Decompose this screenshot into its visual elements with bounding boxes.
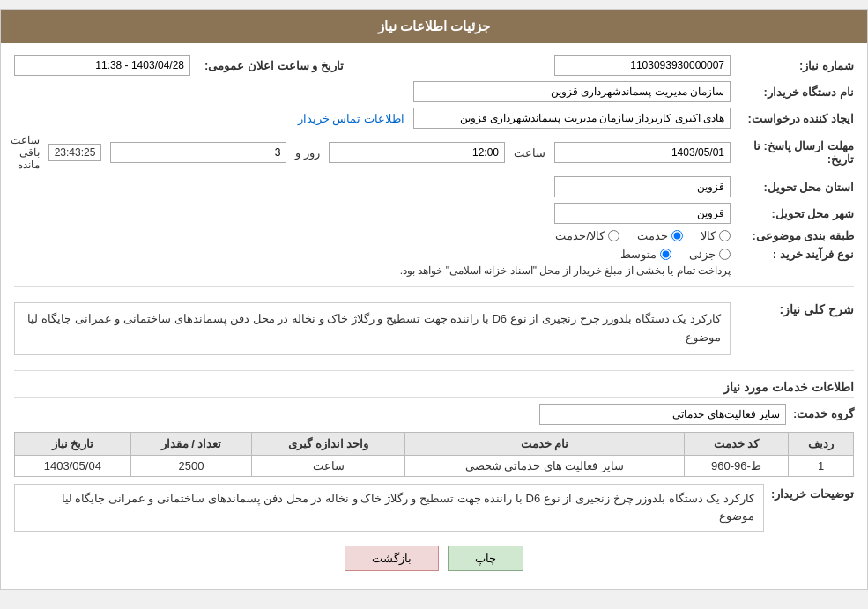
need-number-input[interactable] (554, 55, 731, 76)
deadline-date-input[interactable] (554, 142, 731, 163)
cell-unit: ساعت (252, 455, 405, 476)
process-note: پرداخت تمام یا بخشی از مبلغ خریدار از مح… (400, 264, 731, 277)
row-city: شهر محل تحویل: (14, 200, 854, 227)
col-header-unit: واحد اندازه گیری (252, 432, 405, 455)
description-text: کارکرد یک دستگاه بلدوزر چرخ زنجیری از نو… (27, 312, 721, 344)
col-header-date: تاریخ نیاز (15, 432, 131, 455)
divider-2 (14, 370, 854, 371)
page-title: جزئیات اطلاعات نیاز (378, 19, 490, 33)
row-creator: ایجاد کننده درخواست: اطلاعات تماس خریدار (14, 105, 854, 131)
deadline-time-label: ساعت (514, 146, 545, 160)
cell-name: سایر فعالیت های خدماتی شخصی (405, 455, 685, 476)
category-radio-khedmat-label[interactable]: خدمت (637, 229, 683, 242)
row-deadline: مهلت ارسال پاسخ: تا تاریخ: ساعت روز و 23… (14, 131, 854, 174)
back-button[interactable]: بازگشت (345, 546, 439, 571)
col-header-qty: تعداد / مقدار (130, 432, 252, 455)
col-header-row: ردیف (789, 432, 854, 455)
announcement-input[interactable] (14, 55, 190, 76)
buyer-org-label: نام دستگاه خریدار: (739, 85, 854, 99)
services-section-title: اطلاعات خدمات مورد نیاز (14, 380, 854, 398)
col-header-code: کد خدمت (684, 432, 788, 455)
category-radio-both[interactable] (608, 230, 619, 241)
process-radio-motevasset[interactable] (660, 249, 671, 260)
deadline-countdown-label: ساعت باقی مانده (11, 134, 40, 171)
creator-label: ایجاد کننده درخواست: (739, 112, 854, 125)
process-radio-jozii[interactable] (719, 249, 731, 260)
city-label: شهر محل تحویل: (739, 207, 854, 220)
divider-1 (14, 286, 854, 287)
category-radio-both-text: کالا/خدمت (555, 229, 605, 242)
buyer-desc-label: توضیحات خریدار: (771, 484, 854, 501)
announcement-label: تاریخ و ساعت اعلان عمومی: (204, 59, 344, 72)
deadline-time-input[interactable] (329, 142, 505, 163)
need-number-label: شماره نیاز: (739, 59, 854, 72)
category-radio-kala-text: کالا (701, 229, 716, 242)
province-label: استان محل تحویل: (739, 181, 854, 194)
cell-row-num: 1 (789, 455, 854, 476)
category-radio-group: کالا خدمت کالا/خدمت (555, 229, 731, 242)
cell-code: ط-96-960 (684, 455, 788, 476)
deadline-days-label: روز و (295, 146, 320, 160)
category-radio-both-label[interactable]: کالا/خدمت (555, 229, 619, 242)
category-radio-kala[interactable] (719, 230, 731, 241)
buyer-desc-row: توضیحات خریدار: کارکرد یک دستگاه بلدوزر … (14, 484, 854, 533)
service-group-label: گروه خدمت: (793, 407, 854, 420)
process-radio-motevasset-text: متوسط (620, 248, 657, 261)
main-container: جزئیات اطلاعات نیاز شماره نیاز: تاریخ و … (0, 9, 868, 590)
col-header-name: نام خدمت (405, 432, 685, 455)
table-row: 1 ط-96-960 سایر فعالیت های خدماتی شخصی س… (15, 455, 854, 476)
deadline-days-input[interactable] (110, 142, 286, 163)
row-description: شرح کلی نیاز: کارکرد یک دستگاه بلدوزر چر… (14, 294, 854, 363)
row-province: استان محل تحویل: (14, 174, 854, 200)
deadline-label: مهلت ارسال پاسخ: تا تاریخ: (739, 139, 854, 166)
creator-contact-link[interactable]: اطلاعات تماس خریدار (298, 112, 404, 125)
cell-quantity: 2500 (130, 455, 252, 476)
province-input[interactable] (554, 176, 731, 197)
category-radio-kala-label[interactable]: کالا (701, 229, 731, 242)
buttons-row: چاپ بازگشت (14, 546, 854, 571)
city-input[interactable] (554, 203, 731, 224)
print-button[interactable]: چاپ (448, 546, 523, 571)
process-radio-jozii-label[interactable]: جزئی (689, 248, 731, 261)
content-area: شماره نیاز: تاریخ و ساعت اعلان عمومی: نا… (1, 43, 867, 589)
process-radio-group: جزئی متوسط (400, 248, 731, 261)
row-need-number: شماره نیاز: تاریخ و ساعت اعلان عمومی: (14, 52, 854, 78)
row-process: نوع فرآیند خرید : جزئی متوسط پرداخت تمام… (14, 245, 854, 279)
category-label: طبقه بندی موضوعی: (739, 229, 854, 242)
description-label: شرح کلی نیاز: (739, 297, 854, 316)
category-radio-khedmat-text: خدمت (637, 229, 668, 242)
cell-date: 1403/05/04 (15, 455, 131, 476)
process-label: نوع فرآیند خرید : (739, 248, 854, 261)
service-group-row: گروه خدمت: (14, 404, 854, 425)
row-category: طبقه بندی موضوعی: کالا خدمت کالا/خدمت (14, 227, 854, 245)
description-box: کارکرد یک دستگاه بلدوزر چرخ زنجیری از نو… (14, 302, 731, 355)
buyer-desc-text: کارکرد یک دستگاه بلدوزر چرخ زنجیری از نو… (62, 492, 755, 524)
buyer-desc-box: کارکرد یک دستگاه بلدوزر چرخ زنجیری از نو… (14, 484, 764, 533)
buyer-org-input[interactable] (413, 81, 731, 102)
category-radio-khedmat[interactable] (671, 230, 683, 241)
service-group-input[interactable] (539, 404, 786, 425)
creator-input[interactable] (413, 108, 731, 129)
deadline-countdown-value: 23:43:25 (48, 144, 102, 161)
process-radio-jozii-text: جزئی (689, 248, 716, 261)
row-buyer-org: نام دستگاه خریدار: (14, 78, 854, 105)
page-header: جزئیات اطلاعات نیاز (1, 10, 867, 43)
services-table: ردیف کد خدمت نام خدمت واحد اندازه گیری ت… (14, 432, 854, 477)
process-radio-motevasset-label[interactable]: متوسط (620, 248, 671, 261)
